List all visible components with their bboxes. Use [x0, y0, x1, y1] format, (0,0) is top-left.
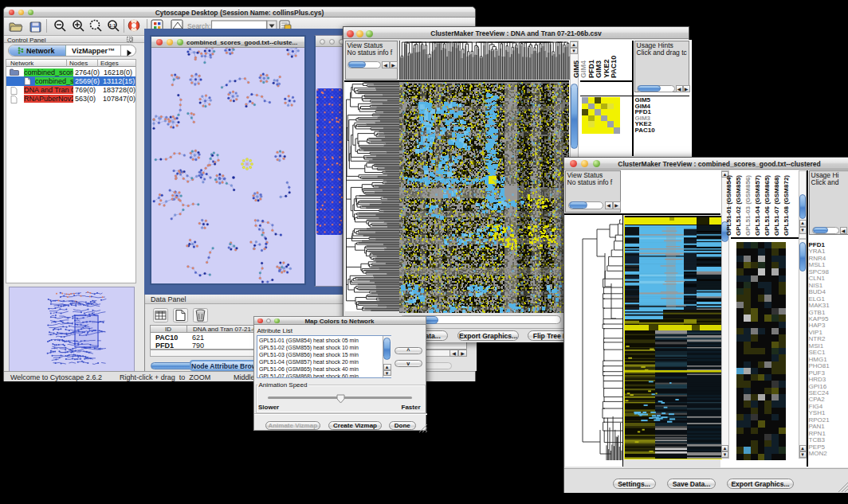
svg-text:1:1: 1:1: [109, 23, 116, 28]
